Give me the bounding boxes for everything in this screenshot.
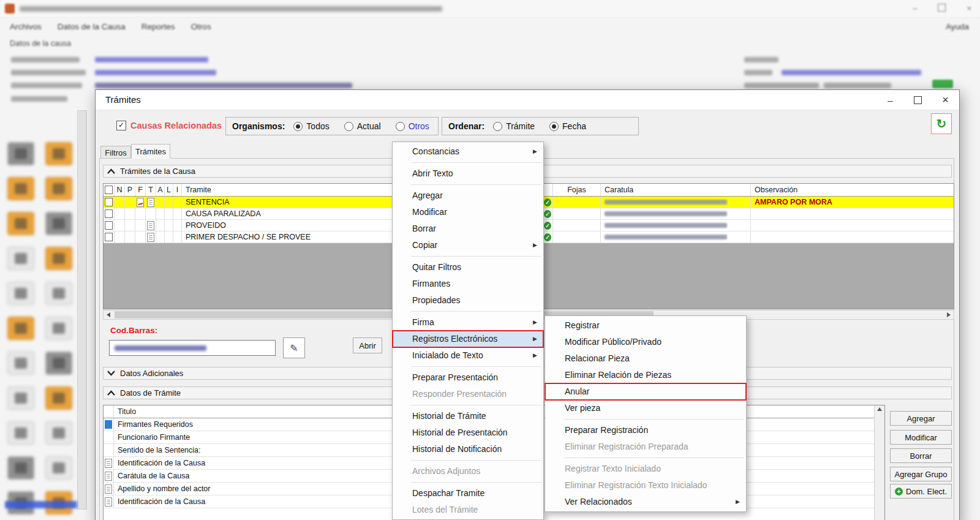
submenu-item-anular[interactable]: Anular xyxy=(545,383,746,400)
sidebar-icon[interactable] xyxy=(45,282,72,305)
causas-relacionadas-checkbox[interactable]: ✓ Causas Relacionadas xyxy=(116,121,222,130)
sidebar-icon[interactable] xyxy=(45,212,72,235)
menu-item-firma[interactable]: Firma▶ xyxy=(393,314,543,331)
sidebar-icon[interactable] xyxy=(45,142,72,165)
sidebar-icon[interactable] xyxy=(7,142,34,165)
redacted-label xyxy=(11,70,86,75)
minimize-icon[interactable]: – xyxy=(913,4,917,13)
menu-separator xyxy=(411,482,541,483)
dialog-titlebar[interactable]: Trámites – × xyxy=(96,90,959,110)
menu-item-firmantes[interactable]: Firmantes xyxy=(393,276,543,292)
abrir-button[interactable]: Abrir xyxy=(353,337,382,353)
edit-barcode-button[interactable]: ✎ xyxy=(283,337,305,358)
status-pill xyxy=(932,80,953,88)
signature-icon xyxy=(137,198,144,207)
row-checkbox[interactable] xyxy=(105,209,113,218)
menu-datos-causa[interactable]: Datos de la Causa xyxy=(58,22,126,31)
menu-item-propiedades[interactable]: Propiedades xyxy=(393,292,543,309)
sidebar-icon[interactable] xyxy=(7,352,34,375)
radio-todos[interactable]: Todos xyxy=(293,121,329,131)
sidebar-icon[interactable] xyxy=(7,247,34,270)
sidebar-icon[interactable] xyxy=(45,456,72,480)
sidebar-icon[interactable] xyxy=(7,456,34,480)
tab-filtros[interactable]: Filtros xyxy=(100,146,131,159)
menu-item-registros-electronicos[interactable]: Registros Electrónicos▶ xyxy=(393,331,543,347)
status-check-icon: ✓ xyxy=(544,233,551,241)
submenu-item-ver-relacionados[interactable]: Ver Relacionados▶ xyxy=(545,494,746,510)
sidebar-icon[interactable] xyxy=(45,421,72,445)
sidebar-icon[interactable] xyxy=(7,386,34,410)
menu-item-quitar-filtros[interactable]: Quitar Filtros xyxy=(393,259,543,276)
scroll-left-icon[interactable] xyxy=(104,311,113,319)
menu-item-copiar[interactable]: Copiar▶ xyxy=(393,237,543,254)
background-window-controls[interactable]: – × xyxy=(913,4,971,13)
menu-item-despachar-tramite[interactable]: Despachar Tramite xyxy=(393,485,543,502)
modificar-button[interactable]: Modificar xyxy=(890,430,952,445)
menu-item-historial-notificacion[interactable]: Historial de Notificación xyxy=(393,441,543,458)
menu-item-agregar[interactable]: Agregar xyxy=(393,187,543,204)
submenu-item-eliminar-relacion-piezas[interactable]: Eliminar Relación de Piezas xyxy=(545,367,746,383)
menu-item-preparar-presentacion[interactable]: Preparar Presentación xyxy=(393,369,543,386)
scroll-right-icon[interactable] xyxy=(944,311,954,319)
menu-item-lotes-del-tramite: Lotes del Trámite xyxy=(393,502,543,518)
row-checkbox[interactable] xyxy=(105,221,113,230)
sidebar-icon[interactable] xyxy=(7,212,34,235)
sidebar-icon[interactable] xyxy=(45,352,72,375)
column-caratula[interactable]: Caratula xyxy=(601,184,751,196)
sidebar-icon[interactable] xyxy=(7,421,34,445)
scroll-up-icon[interactable] xyxy=(877,407,882,411)
menu-item-inicialado-de-texto[interactable]: Inicialado de Texto▶ xyxy=(393,347,543,364)
submenu-item-registrar[interactable]: Registrar xyxy=(545,317,746,334)
tab-tramites[interactable]: Trámites xyxy=(131,144,170,159)
menu-item-modificar[interactable]: Modificar xyxy=(393,204,543,220)
select-all-checkbox[interactable] xyxy=(105,186,113,194)
menu-archivos[interactable]: Archivos xyxy=(10,22,42,31)
radio-fecha[interactable]: Fecha xyxy=(549,121,586,131)
pending-presentations-link[interactable] xyxy=(5,501,77,508)
row-checkbox[interactable] xyxy=(105,233,113,241)
submenu-item-modificar-publico-privado[interactable]: Modificar Público/Privado xyxy=(545,334,746,350)
document-icon xyxy=(105,497,112,507)
maximize-icon[interactable] xyxy=(938,4,946,13)
agregar-button[interactable]: Agregar xyxy=(890,411,952,426)
sidebar-icon[interactable] xyxy=(7,317,34,340)
sidebar-icon[interactable] xyxy=(7,282,34,305)
submenu-item-ver-pieza[interactable]: Ver pieza xyxy=(545,400,746,416)
sidebar-icon[interactable] xyxy=(7,177,34,200)
radio-otros[interactable]: Otros xyxy=(396,121,429,131)
refresh-button[interactable]: ↻ xyxy=(931,113,952,134)
radio-icon xyxy=(549,122,559,131)
sidebar-icon[interactable] xyxy=(45,386,72,410)
submenu-item-relacionar-pieza[interactable]: Relacionar Pieza xyxy=(545,350,746,367)
borrar-button[interactable]: Borrar xyxy=(890,448,952,463)
sidebar-icon[interactable] xyxy=(45,177,72,200)
radio-tramite[interactable]: Trámite xyxy=(493,121,535,131)
dom-elect-button[interactable]: + Dom. Elect. xyxy=(890,484,952,499)
sidebar-icon[interactable] xyxy=(45,317,72,340)
menu-ayuda[interactable]: Ayuda xyxy=(946,22,969,31)
maximize-button[interactable] xyxy=(904,90,932,110)
refresh-icon: ↻ xyxy=(937,116,947,131)
menu-item-constancias[interactable]: Constancias▶ xyxy=(393,143,543,160)
sidebar-icon[interactable] xyxy=(45,247,72,270)
vertical-scrollbar[interactable] xyxy=(874,405,884,520)
menu-item-historial-tramite[interactable]: Historial de Trámite xyxy=(393,408,543,424)
column-observacion[interactable]: Observación xyxy=(751,184,954,196)
submenu-item-preparar-registracion[interactable]: Preparar Registración xyxy=(545,422,746,439)
column-fojas[interactable]: Fojas xyxy=(553,184,601,196)
close-icon[interactable]: × xyxy=(967,4,971,13)
cod-barras-input[interactable] xyxy=(109,340,276,356)
menu-reportes[interactable]: Reportes xyxy=(141,22,175,31)
background-scrollbar[interactable] xyxy=(77,110,87,510)
agregar-grupo-button[interactable]: Agregar Grupo xyxy=(890,467,952,481)
collapse-up-icon xyxy=(107,168,115,174)
menu-item-borrar[interactable]: Borrar xyxy=(393,220,543,237)
radio-actual[interactable]: Actual xyxy=(344,121,381,131)
row-checkbox[interactable] xyxy=(105,198,113,206)
close-button[interactable]: × xyxy=(932,90,959,110)
menu-item-abrir-texto[interactable]: Abrir Texto xyxy=(393,165,543,182)
menu-item-historial-presentacion[interactable]: Historial de Presentación xyxy=(393,424,543,441)
causas-relacionadas-label: Causas Relacionadas xyxy=(130,121,222,130)
menu-otros[interactable]: Otros xyxy=(191,22,211,31)
minimize-button[interactable]: – xyxy=(876,90,904,110)
